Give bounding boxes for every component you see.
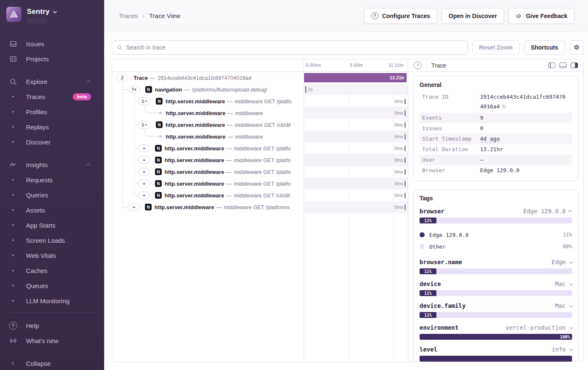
span-timeline-cell[interactable]: 0ms <box>304 131 408 142</box>
trace-duration-bar[interactable]: 13.21h <box>304 73 407 82</box>
sidebar-item-replays[interactable]: Replays <box>0 119 104 134</box>
span-row[interactable]: +Nhttp.server.middleware—middleware GET … <box>112 142 408 154</box>
dock-right-icon[interactable] <box>571 63 578 68</box>
caret-up-icon <box>144 100 147 103</box>
sidebar-item-what-s-new[interactable]: What's new <box>0 333 104 348</box>
tag-percent-bar[interactable] <box>420 356 572 362</box>
span-timeline-cell[interactable]: 0ms <box>304 95 408 107</box>
span-timeline-cell[interactable]: 0ms <box>304 166 408 178</box>
span-row[interactable]: +Nhttp.server.middleware—middleware GET … <box>112 189 408 201</box>
sidebar-item-projects[interactable]: Projects <box>0 51 104 66</box>
sidebar-item-queues[interactable]: Queues <box>0 278 104 293</box>
span-row[interactable]: +Nhttp.server.middleware—middleware GET … <box>112 201 408 213</box>
legend-row[interactable]: Edge 129.0.011% <box>420 229 572 241</box>
sidebar-item-discover[interactable]: Discover <box>0 134 104 150</box>
breadcrumb-trace-view: Trace View <box>149 12 180 19</box>
trace-search[interactable] <box>112 40 468 55</box>
span-timeline-cell[interactable]: 0ms <box>304 178 408 189</box>
sidebar-item-screen-loads[interactable]: Screen Loads <box>0 233 104 248</box>
search-input[interactable] <box>126 44 463 51</box>
sidebar-item-queries[interactable]: Queries <box>0 187 104 202</box>
trace-view-container: 0.00ms 5.56hr 11.11hr 2Trace—2914cceb443… <box>112 59 584 362</box>
sidebar-item-traces[interactable]: Tracesbeta <box>0 89 104 104</box>
tag-percent-bar[interactable]: 11% <box>420 218 572 223</box>
span-tick <box>404 169 406 175</box>
sidebar-item-assets[interactable]: Assets <box>0 202 104 218</box>
tag-header[interactable]: browserEdge 129.0.0 <box>420 208 572 215</box>
tag-header[interactable]: browser.nameEdge <box>420 259 572 265</box>
column-divider[interactable] <box>304 59 304 362</box>
expand-children-badge[interactable]: + <box>138 192 150 199</box>
sidebar-item-requests[interactable]: Requests <box>0 172 104 187</box>
sidebar-item-profiles[interactable]: Profiles <box>0 104 104 119</box>
legend-row[interactable]: Other88% <box>420 241 572 252</box>
span-row[interactable]: +Nhttp.server.middleware—middleware GET … <box>112 154 408 166</box>
span-timeline-cell[interactable]: 0ms <box>304 119 408 131</box>
configure-traces-button[interactable]: ? Configure Traces <box>364 8 437 24</box>
tag-percent-bar[interactable]: 11% <box>420 290 572 296</box>
span-row[interactable]: 7+Nnavigation—/platforms/flutter/upload-… <box>112 84 408 95</box>
span-timeline-cell[interactable]: 0ms <box>304 107 408 119</box>
span-row[interactable]: +Nhttp.server.middleware—middleware GET … <box>112 166 408 178</box>
span-timeline-cell[interactable]: 0ms <box>304 201 408 213</box>
sidebar-item-app-starts[interactable]: App Starts <box>0 218 104 233</box>
timeline-ruler[interactable]: 0.00ms 5.56hr 11.11hr <box>112 59 408 72</box>
sidebar-item-explore[interactable]: Explore <box>0 74 104 89</box>
span-row[interactable]: http.server.middleware—middleware0ms <box>112 131 408 142</box>
bullet-icon <box>9 300 17 302</box>
sidebar-item-llm-monitoring[interactable]: LLM Monitoring <box>0 293 104 308</box>
span-count-badge[interactable]: 1 <box>138 121 151 129</box>
sidebar-item-web-vitals[interactable]: Web Vitals <box>0 248 104 263</box>
tag-percent-bar[interactable]: 11% <box>420 268 572 274</box>
open-in-discover-button[interactable]: Open in Discover <box>441 8 504 24</box>
span-timeline-cell[interactable]: 0ms <box>304 189 408 201</box>
sidebar-item-help[interactable]: ?Help <box>0 318 104 333</box>
expand-children-badge[interactable]: + <box>128 203 140 211</box>
reset-zoom-button[interactable]: Reset Zoom <box>472 40 520 55</box>
copy-icon[interactable] <box>501 102 507 112</box>
sidebar-item-label: Help <box>26 322 39 329</box>
tag-value: Mac <box>555 302 572 309</box>
dock-left-icon[interactable] <box>548 63 555 68</box>
expand-panel-icon[interactable] <box>414 61 422 69</box>
dock-bottom-icon[interactable] <box>559 63 567 68</box>
span-row[interactable]: http.server.middleware—middleware0ms <box>112 107 408 119</box>
tag-header[interactable]: device.familyMac <box>420 302 572 309</box>
expand-children-badge[interactable]: + <box>138 144 150 152</box>
bullet-icon <box>9 194 17 196</box>
tag-header[interactable]: levelinfo <box>420 346 572 353</box>
span-duration: 0ms <box>394 157 408 163</box>
sidebar-item-caches[interactable]: Caches <box>0 263 104 278</box>
span-timeline-cell[interactable]: 2s <box>304 84 408 95</box>
span-count-badge[interactable]: 1 <box>138 97 151 105</box>
tag-percent-bar[interactable]: 11% <box>420 312 572 318</box>
span-duration: 0ms <box>394 169 408 175</box>
span-timeline-cell[interactable]: 13.21h <box>304 72 408 84</box>
settings-button[interactable]: ⚙ <box>570 40 584 55</box>
expand-children-badge[interactable]: + <box>138 180 150 187</box>
legend-percent: 88% <box>563 244 572 249</box>
span-timeline-cell[interactable]: 0ms <box>304 142 408 154</box>
sidebar-item-insights[interactable]: Insights <box>0 157 104 172</box>
sidebar-item-label: LLM Monitoring <box>26 297 69 304</box>
span-row[interactable]: +Nhttp.server.middleware—middleware GET … <box>112 178 408 189</box>
breadcrumb-traces[interactable]: Traces <box>119 12 138 19</box>
org-switcher[interactable]: Sentry <box>0 0 104 30</box>
span-row[interactable]: 2Trace—2914cceb443c41dca1fc6974704016a41… <box>112 72 408 84</box>
span-row[interactable]: 1Nhttp.server.middleware—middleware GET … <box>112 119 408 131</box>
sidebar-collapse-button[interactable]: Collapse <box>0 356 104 370</box>
tag-header[interactable]: deviceMac <box>420 281 572 287</box>
span-count-badge[interactable]: 7+ <box>128 86 140 93</box>
shortcuts-button[interactable]: Shortcuts <box>524 40 565 55</box>
expand-children-badge[interactable]: + <box>138 168 150 176</box>
give-feedback-button[interactable]: Give Feedback <box>508 8 575 24</box>
tag-header[interactable]: environmentvercel-production <box>420 324 572 331</box>
span-description: /platforms/flutter/upload-debug/ <box>192 87 268 93</box>
expand-children-badge[interactable]: + <box>138 156 150 164</box>
panel-title: Trace <box>431 62 446 69</box>
sidebar-item-issues[interactable]: Issues <box>0 36 104 51</box>
span-timeline-cell[interactable]: 0ms <box>304 154 408 166</box>
tag-percent-bar[interactable]: 100% <box>420 334 572 340</box>
span-count-badge[interactable]: 2 <box>116 74 128 81</box>
span-row[interactable]: 1Nhttp.server.middleware—middleware GET … <box>112 95 408 107</box>
